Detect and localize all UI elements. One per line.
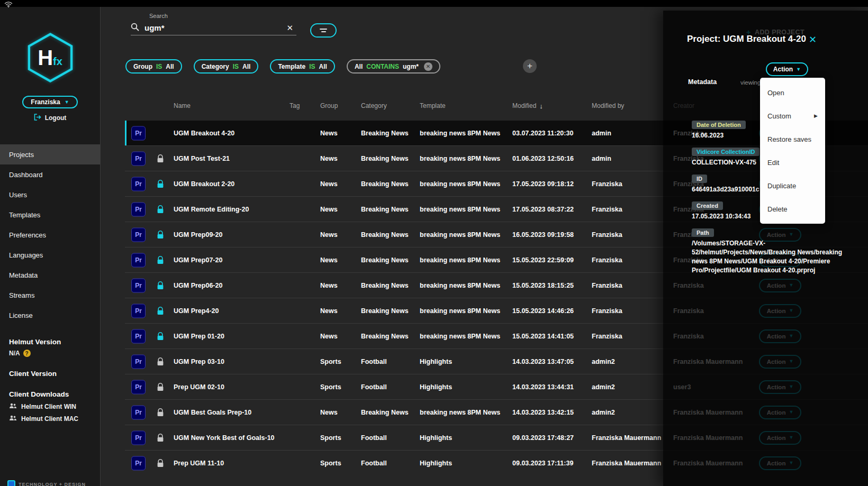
metadata-label-badge: Date of Deletion xyxy=(692,121,746,129)
row-template: breaking news 8PM News xyxy=(420,282,500,289)
column-header-group[interactable]: Group xyxy=(320,102,338,109)
row-modified-by: Franziska Mauermann xyxy=(592,460,661,467)
project-detail-panel: Project: UGM Breakout 4-20 ✕ Action ▼ Me… xyxy=(663,11,868,486)
column-header-modified[interactable]: Modified↓ xyxy=(512,102,536,109)
premiere-icon: Pr xyxy=(131,354,146,369)
sidebar-item-dashboard[interactable]: Dashboard xyxy=(0,164,100,185)
logout-button[interactable]: Logout xyxy=(34,114,67,122)
app-logo: H fx xyxy=(26,32,75,83)
premiere-icon: Pr xyxy=(131,456,146,470)
logo-suffix: fx xyxy=(53,56,62,67)
row-modified: 17.05.2023 08:37:22 xyxy=(512,206,574,213)
menu-item-duplicate[interactable]: Duplicate xyxy=(760,174,825,197)
lock-icon xyxy=(157,307,164,315)
sidebar-item-preferences[interactable]: Preferences xyxy=(0,225,100,245)
logo-letter: H xyxy=(38,47,53,68)
column-header-category[interactable]: Category xyxy=(361,102,387,109)
brand-icon xyxy=(7,480,15,486)
user-menu-button[interactable]: Franziska ▼ xyxy=(22,96,77,108)
chevron-down-icon: ▼ xyxy=(796,67,801,72)
lock-icon xyxy=(157,434,164,442)
menu-item-edit[interactable]: Edit xyxy=(760,151,825,174)
column-header-name[interactable]: Name xyxy=(174,102,191,109)
users-icon xyxy=(9,403,17,410)
filter-toggle-button[interactable] xyxy=(310,23,337,38)
search-icon xyxy=(131,23,139,33)
sidebar-item-streams[interactable]: Streams xyxy=(0,285,100,305)
client-download-helmut-client-win[interactable]: Helmut Client WIN xyxy=(9,403,100,410)
row-category: Breaking News xyxy=(361,282,409,289)
menu-item-custom[interactable]: Custom▶ xyxy=(760,104,825,127)
clear-search-icon[interactable]: ✕ xyxy=(286,23,296,33)
row-template: breaking news 8PM News xyxy=(420,206,500,213)
lock-icon xyxy=(157,408,164,417)
panel-title: Project: UGM Breakout 4-20 xyxy=(687,34,806,44)
filter-chip-all[interactable]: AllCONTAINSugm*✕ xyxy=(347,59,440,74)
sidebar-item-templates[interactable]: Templates xyxy=(0,205,100,225)
users-icon xyxy=(9,415,17,423)
row-modified: 09.03.2023 17:48:27 xyxy=(512,434,574,442)
metadata-value: /Volumes/STORAGE-VX-52/helmut/Projects/N… xyxy=(692,239,859,275)
add-filter-button[interactable]: + xyxy=(523,59,537,73)
row-group: News xyxy=(320,256,338,264)
panel-action-button[interactable]: Action ▼ xyxy=(766,62,808,76)
column-header-tag[interactable]: Tag xyxy=(290,102,300,109)
column-header-modified-by[interactable]: Modified by xyxy=(592,102,624,109)
row-modified-by: Franziska xyxy=(592,282,622,289)
sidebar-item-users[interactable]: Users xyxy=(0,185,100,205)
row-modified-by: admin xyxy=(592,155,611,162)
menu-item-label: Restore saves xyxy=(767,135,811,143)
logo-text: H fx xyxy=(38,47,62,68)
row-name: UGM Prep 01-20 xyxy=(174,333,224,340)
menu-item-delete[interactable]: Delete xyxy=(760,197,825,221)
row-category: Breaking News xyxy=(361,307,409,315)
chip-value: All xyxy=(166,63,174,70)
row-modified: 03.07.2023 11:20:30 xyxy=(512,130,573,137)
row-modified: 14.03.2023 13:47:05 xyxy=(512,358,574,365)
sidebar-item-license[interactable]: License xyxy=(0,305,100,325)
filter-chip-category[interactable]: CategoryISAll xyxy=(194,59,259,74)
row-category: Football xyxy=(361,460,387,467)
row-modified: 15.05.2023 14:46:26 xyxy=(512,307,574,315)
row-modified-by: admin xyxy=(592,130,611,137)
close-icon[interactable]: ✕ xyxy=(809,34,817,45)
sidebar-item-metadata[interactable]: Metadata xyxy=(0,265,100,285)
search-value: ugm* xyxy=(144,23,281,32)
menu-item-open[interactable]: Open xyxy=(760,81,825,104)
lock-icon xyxy=(157,281,164,290)
chip-remove-icon[interactable]: ✕ xyxy=(424,62,432,71)
filter-chip-group[interactable]: GroupISAll xyxy=(125,59,182,74)
add-filter-wrap: + xyxy=(522,59,537,73)
row-modified: 14.03.2023 13:44:31 xyxy=(512,383,574,391)
row-modified-by: Franziska Mauermann xyxy=(592,434,661,442)
client-download-helmut-client-mac[interactable]: Helmut Client MAC xyxy=(9,415,100,423)
premiere-icon: Pr xyxy=(131,430,146,445)
sidebar-item-languages[interactable]: Languages xyxy=(0,245,100,265)
premiere-icon: Pr xyxy=(131,278,146,292)
column-header-template[interactable]: Template xyxy=(420,102,446,109)
row-category: Breaking News xyxy=(361,256,409,264)
question-icon[interactable]: ? xyxy=(23,350,31,357)
premiere-icon: Pr xyxy=(131,329,146,343)
search-input[interactable]: ugm* ✕ xyxy=(131,21,296,35)
premiere-icon: Pr xyxy=(131,177,146,191)
chip-operator: IS xyxy=(233,63,239,70)
row-modified: 15.05.2023 18:15:25 xyxy=(512,282,574,289)
sidebar-item-projects[interactable]: Projects xyxy=(0,144,100,164)
filter-chip-template[interactable]: TemplateISAll xyxy=(270,59,334,74)
row-modified-by: Franziska xyxy=(592,307,622,315)
row-template: breaking news 8PM News xyxy=(420,256,500,264)
row-name: UGM Breakout 2-20 xyxy=(174,180,234,188)
row-template: breaking news 8PM News xyxy=(420,130,500,137)
premiere-icon: Pr xyxy=(131,202,146,216)
menu-item-restore-saves[interactable]: Restore saves xyxy=(760,127,825,151)
menu-item-label: Delete xyxy=(767,205,788,213)
row-name: UGM New York Best of Goals-10 xyxy=(174,434,275,442)
tab-metadata[interactable]: Metadata xyxy=(688,78,717,86)
row-template: Highlights xyxy=(420,434,452,442)
lock-icon xyxy=(157,180,164,188)
sort-desc-icon[interactable]: ↓ xyxy=(539,102,543,110)
client-download-label: Helmut Client MAC xyxy=(21,415,78,423)
row-modified-by: Franziska xyxy=(592,180,622,188)
chip-field: All xyxy=(355,63,363,70)
